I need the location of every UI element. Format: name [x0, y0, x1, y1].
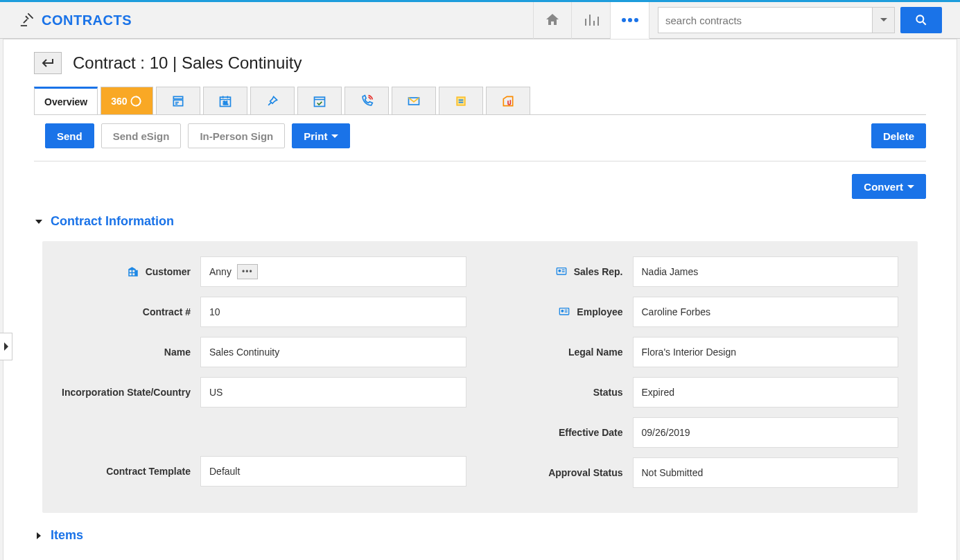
chevron-down-icon: [34, 217, 44, 227]
svg-rect-5: [173, 96, 182, 98]
tab-mail-icon[interactable]: [392, 87, 436, 114]
app-title: CONTRACTS: [42, 12, 132, 28]
value-customer[interactable]: Anny •••: [200, 256, 466, 287]
chevron-right-icon: [34, 531, 44, 541]
svg-point-1: [628, 18, 632, 22]
value-template[interactable]: Default: [200, 456, 466, 487]
svg-rect-11: [457, 97, 465, 105]
value-contract-no[interactable]: 10: [200, 297, 466, 327]
analytics-button[interactable]: [572, 2, 611, 39]
field-effective-date: Effective Date 09/26/2019: [494, 417, 899, 448]
action-row: Send Send eSign In-Person Sign Print Del…: [34, 115, 926, 161]
app-title-wrap: CONTRACTS: [0, 12, 132, 29]
caret-down-icon: [331, 134, 338, 138]
field-contract-no: Contract # 10: [62, 297, 466, 327]
field-sales-rep: Sales Rep. Nadia James: [494, 256, 899, 287]
tab-call-icon[interactable]: [344, 87, 389, 114]
more-apps-button[interactable]: [611, 2, 649, 39]
value-approval-status[interactable]: Not Submitted: [633, 457, 899, 488]
tab-task-icon[interactable]: [297, 87, 342, 114]
section-contract-info-title: Contract Information: [51, 214, 174, 229]
main-panel: Contract : 10 | Sales Continuity Overvie…: [3, 39, 957, 560]
contract-info-panel: Customer Anny ••• Contract # 10 Name Sal…: [42, 241, 918, 513]
tab-form-icon[interactable]: [156, 87, 200, 114]
field-incorp: Incorporation State/Country US: [62, 377, 466, 408]
svg-rect-14: [560, 308, 569, 315]
building-icon: [126, 265, 140, 278]
value-incorp[interactable]: US: [200, 377, 466, 408]
id-card-icon: [557, 306, 571, 317]
home-button[interactable]: [533, 2, 572, 39]
value-legal-name[interactable]: Flora's Interior Design: [633, 337, 899, 367]
section-items-header[interactable]: Items: [34, 525, 926, 545]
section-contract-info: Contract Information Customer Anny •••: [34, 211, 926, 513]
value-employee[interactable]: Caroline Forbes: [633, 297, 899, 327]
convert-row: Convert: [34, 161, 926, 199]
customer-lookup-button[interactable]: •••: [237, 264, 258, 279]
field-name: Name Sales Continuity: [62, 337, 466, 367]
delete-button[interactable]: Delete: [871, 123, 926, 148]
section-items-title: Items: [51, 528, 83, 543]
value-status[interactable]: Expired: [633, 377, 899, 408]
topbar: CONTRACTS: [0, 2, 960, 39]
print-button[interactable]: Print: [292, 123, 350, 148]
tab-note-icon[interactable]: [439, 87, 483, 114]
field-status: Status Expired: [494, 377, 899, 408]
search-dropdown-button[interactable]: [873, 7, 895, 33]
tab-overview[interactable]: Overview: [34, 87, 98, 114]
field-customer: Customer Anny •••: [62, 256, 466, 287]
gavel-icon: [19, 12, 35, 29]
section-items: Items: [34, 525, 926, 545]
field-legal-name: Legal Name Flora's Interior Design: [494, 337, 899, 367]
send-button[interactable]: Send: [45, 123, 94, 148]
convert-button[interactable]: Convert: [852, 174, 926, 199]
value-sales-rep[interactable]: Nadia James: [633, 256, 899, 287]
field-approval-status: Approval Status Not Submitted: [494, 457, 899, 488]
send-esign-button[interactable]: Send eSign: [101, 123, 182, 148]
search-input[interactable]: [658, 7, 873, 33]
id-card-icon: [555, 266, 568, 277]
page-title: Contract : 10 | Sales Continuity: [73, 53, 302, 73]
svg-point-0: [622, 18, 626, 22]
inperson-sign-button[interactable]: In-Person Sign: [188, 123, 285, 148]
svg-point-13: [559, 270, 561, 272]
value-name[interactable]: Sales Continuity: [200, 337, 466, 367]
right-column: Sales Rep. Nadia James Employee Caroline…: [494, 256, 899, 498]
search-wrap: [658, 7, 942, 33]
topbar-right: [533, 2, 942, 38]
svg-rect-12: [557, 268, 566, 274]
back-button[interactable]: [34, 52, 62, 74]
svg-rect-9: [314, 97, 324, 106]
tab-360[interactable]: 360: [101, 87, 152, 114]
svg-point-2: [634, 18, 638, 22]
page-header: Contract : 10 | Sales Continuity: [34, 52, 926, 74]
field-employee: Employee Caroline Forbes: [494, 297, 899, 327]
svg-point-15: [561, 310, 564, 312]
tab-pin-icon[interactable]: [250, 87, 295, 114]
left-column: Customer Anny ••• Contract # 10 Name Sal…: [62, 256, 466, 498]
side-expand-handle[interactable]: [0, 333, 12, 360]
field-template: Contract Template Default: [62, 456, 466, 487]
tab-attachment-icon[interactable]: [486, 87, 530, 114]
tab-calendar-icon[interactable]: 31: [203, 87, 247, 114]
section-contract-info-header[interactable]: Contract Information: [34, 211, 926, 231]
svg-text:31: 31: [222, 100, 228, 105]
value-effective-date[interactable]: 09/26/2019: [633, 417, 899, 448]
search-button[interactable]: [900, 7, 942, 33]
svg-point-3: [916, 15, 923, 22]
tab-strip: Overview 360 31: [34, 87, 926, 115]
caret-down-icon: [907, 185, 914, 189]
